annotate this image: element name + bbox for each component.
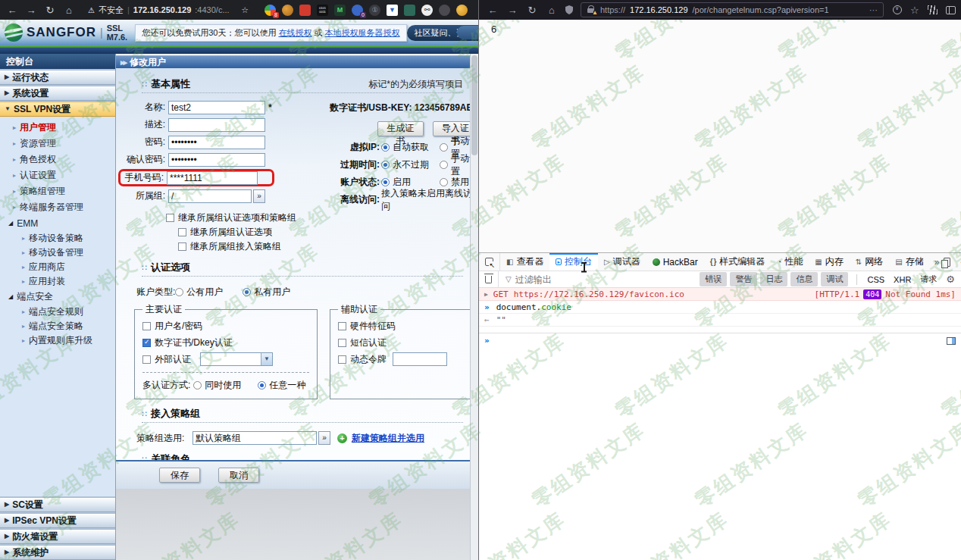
- filter-warnings-button[interactable]: 警告: [730, 272, 757, 286]
- filter-errors-button[interactable]: 错误: [700, 272, 727, 286]
- filter-info-button[interactable]: 信息: [790, 272, 818, 286]
- filter-css-button[interactable]: CSS: [862, 274, 889, 286]
- tab-style-editor[interactable]: { }样式编辑器: [704, 253, 772, 271]
- sidebar-group-ssl-vpn[interactable]: ▼SSL VPN设置: [0, 102, 115, 117]
- tab-inspector[interactable]: ◧查看器: [500, 253, 549, 271]
- binary-extension-icon[interactable]: 0101 0011: [317, 5, 328, 16]
- multi-any-radio[interactable]: [258, 381, 266, 389]
- sidebar-group-system-settings[interactable]: ▶系统设置: [0, 86, 115, 101]
- name-input[interactable]: [168, 101, 265, 114]
- sidebar-item-endpoint-rules[interactable]: ▸端点安全规则: [0, 305, 115, 319]
- sidebar-item-role-authorization[interactable]: ▸角色授权: [0, 152, 115, 167]
- bookmark-star-icon[interactable]: ☆: [241, 5, 249, 15]
- phone-input[interactable]: [167, 171, 258, 185]
- filter-debug-button[interactable]: 调试: [821, 272, 848, 286]
- extension-icon[interactable]: 0: [352, 5, 363, 16]
- console-settings-icon[interactable]: ⚙: [946, 274, 955, 285]
- sidebar-item-policy-group[interactable]: ▸策略组管理: [0, 183, 115, 199]
- state-disabled-radio[interactable]: [440, 178, 448, 186]
- extension-icon[interactable]: 8: [265, 5, 276, 16]
- save-button[interactable]: 保存: [159, 468, 200, 483]
- reload-icon[interactable]: ↻: [44, 5, 56, 16]
- scrollbar-thumb[interactable]: [471, 55, 477, 155]
- tab-memory[interactable]: ▦内存: [809, 253, 849, 271]
- public-user-radio[interactable]: [175, 288, 183, 296]
- policy-group-input[interactable]: [193, 431, 317, 445]
- extension-icon[interactable]: M: [334, 5, 346, 16]
- sidebar-group-ipsec-vpn[interactable]: ▶IPSec VPN设置: [0, 513, 115, 528]
- responsive-mode-icon[interactable]: [944, 258, 950, 267]
- sidebar-item-endpoint-security[interactable]: ◢端点安全: [0, 289, 115, 305]
- filter-xhr-button[interactable]: XHR: [889, 274, 916, 286]
- expire-manual-radio[interactable]: [440, 161, 448, 169]
- inherit-auth-checkbox[interactable]: [178, 228, 186, 236]
- avatar-extension-icon[interactable]: [439, 5, 450, 16]
- token-input[interactable]: [393, 352, 447, 366]
- policy-picker-button[interactable]: »: [318, 431, 330, 445]
- add-icon[interactable]: +: [337, 433, 347, 443]
- expire-never-radio[interactable]: [381, 161, 390, 169]
- external-auth-select[interactable]: ▼: [200, 352, 273, 366]
- new-policy-link[interactable]: 新建策略组并选用: [352, 432, 424, 445]
- library-icon[interactable]: [928, 5, 938, 14]
- tab-hackbar[interactable]: HackBar: [646, 253, 704, 271]
- forward-icon[interactable]: →: [506, 5, 518, 16]
- sms-auth-checkbox[interactable]: [338, 339, 346, 347]
- multi-both-radio[interactable]: [193, 381, 202, 389]
- group-picker-button[interactable]: »: [253, 189, 265, 203]
- tab-storage[interactable]: ▤存储: [889, 253, 929, 271]
- external-auth-checkbox[interactable]: [142, 355, 151, 364]
- header-pill[interactable]: [457, 26, 478, 39]
- expand-arrow-icon[interactable]: ▶: [484, 291, 488, 298]
- sidebar-group-sc-settings[interactable]: ▶SC设置: [0, 497, 115, 512]
- confirm-password-input[interactable]: [168, 153, 265, 167]
- sidebar-item-user-management[interactable]: ▸用户管理: [0, 120, 115, 136]
- pocket-icon[interactable]: [893, 5, 902, 14]
- group-input[interactable]: [168, 189, 252, 203]
- sidebar-item-app-wrapping[interactable]: ▸应用封装: [0, 274, 115, 289]
- description-input[interactable]: [168, 118, 265, 132]
- tab-debugger[interactable]: ▷调试器: [598, 253, 646, 271]
- pick-element-button[interactable]: [479, 253, 500, 271]
- filter-input[interactable]: [515, 274, 700, 285]
- sidebar-item-emm[interactable]: ◢EMM: [0, 215, 115, 231]
- sidebar-group-run-status[interactable]: ▶运行状态: [0, 70, 115, 85]
- sidebar-group-system-maintenance[interactable]: ▶系统维护: [0, 545, 115, 560]
- split-console-icon[interactable]: [947, 337, 956, 345]
- bookmark-star-icon[interactable]: ☆: [910, 5, 919, 16]
- sidebar-item-mobile-management[interactable]: ▸移动设备管理: [0, 246, 115, 260]
- page-actions-icon[interactable]: ⋯: [869, 5, 878, 15]
- sidebar-item-terminal-server[interactable]: ▸终端服务器管理: [0, 199, 115, 215]
- tab-network[interactable]: ⇅网络: [850, 253, 889, 271]
- address-bar[interactable]: ▲ https://172.16.250.129/por/changetelnu…: [581, 2, 884, 17]
- home-icon[interactable]: ⌂: [63, 5, 75, 16]
- extension-icon[interactable]: ▼: [387, 5, 398, 16]
- vip-auto-radio[interactable]: [381, 143, 390, 152]
- inherit-all-checkbox[interactable]: [166, 214, 174, 222]
- screenshot-extension-icon[interactable]: [404, 5, 415, 16]
- filter-logs-button[interactable]: 日志: [760, 272, 787, 286]
- cancel-button[interactable]: 取消: [218, 468, 259, 483]
- local-license-link[interactable]: 本地授权服务器授权: [325, 28, 400, 37]
- address-bar[interactable]: ⚠ 不安全 | 172.16.250.129 :4430/c... ☆: [82, 2, 255, 17]
- tab-console[interactable]: ▸控制台: [549, 253, 598, 271]
- sidebar-item-resource-management[interactable]: ▸资源管理: [0, 136, 115, 152]
- puzzle-extension-icon[interactable]: ⚯: [421, 5, 433, 16]
- home-icon[interactable]: ⌂: [546, 5, 558, 16]
- dropdown-arrow-icon[interactable]: ▼: [261, 353, 272, 365]
- cert-auth-checkbox[interactable]: [142, 339, 151, 347]
- extension-icon[interactable]: ①: [369, 5, 380, 16]
- clear-console-button[interactable]: [479, 271, 499, 287]
- generate-cert-button[interactable]: 生成证书: [377, 121, 424, 136]
- tracking-shield-icon[interactable]: [565, 5, 573, 14]
- password-input[interactable]: [168, 136, 265, 149]
- sidebar-item-auth-settings[interactable]: ▸认证设置: [0, 167, 115, 183]
- hardware-id-checkbox[interactable]: [338, 322, 346, 330]
- back-icon[interactable]: ←: [487, 5, 499, 16]
- userpwd-auth-checkbox[interactable]: [142, 322, 151, 330]
- back-icon[interactable]: ←: [6, 5, 18, 16]
- private-user-radio[interactable]: [243, 288, 251, 296]
- token-auth-checkbox[interactable]: [338, 355, 346, 364]
- sidebar-item-app-store[interactable]: ▸应用商店: [0, 260, 115, 274]
- vip-manual-radio[interactable]: [440, 143, 448, 152]
